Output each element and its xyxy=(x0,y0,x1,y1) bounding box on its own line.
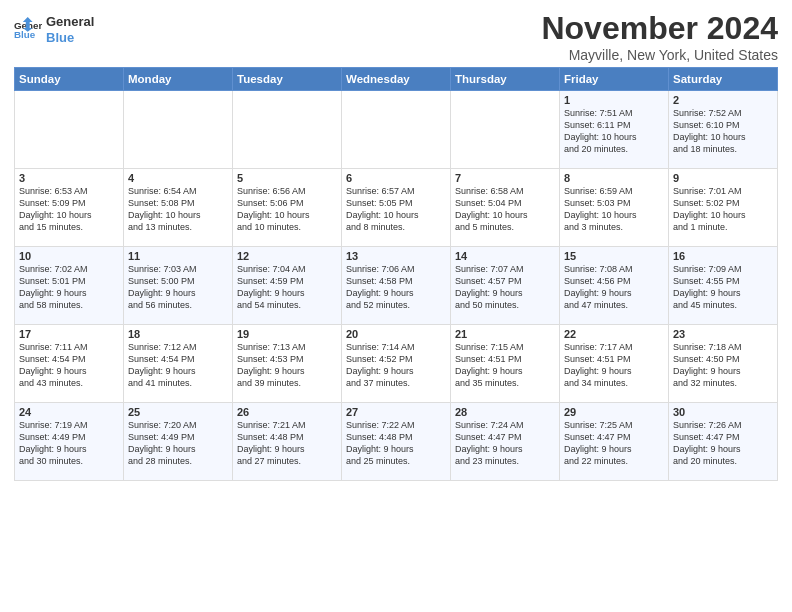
calendar-cell: 4Sunrise: 6:54 AM Sunset: 5:08 PM Daylig… xyxy=(124,169,233,247)
day-info: Sunrise: 7:52 AM Sunset: 6:10 PM Dayligh… xyxy=(673,107,773,156)
calendar-cell: 30Sunrise: 7:26 AM Sunset: 4:47 PM Dayli… xyxy=(669,403,778,481)
calendar-cell: 14Sunrise: 7:07 AM Sunset: 4:57 PM Dayli… xyxy=(451,247,560,325)
calendar-body: 1Sunrise: 7:51 AM Sunset: 6:11 PM Daylig… xyxy=(15,91,778,481)
day-info: Sunrise: 7:09 AM Sunset: 4:55 PM Dayligh… xyxy=(673,263,773,312)
day-info: Sunrise: 7:24 AM Sunset: 4:47 PM Dayligh… xyxy=(455,419,555,468)
day-info: Sunrise: 7:25 AM Sunset: 4:47 PM Dayligh… xyxy=(564,419,664,468)
day-number: 16 xyxy=(673,250,773,262)
calendar-cell xyxy=(124,91,233,169)
weekday-header-monday: Monday xyxy=(124,68,233,91)
day-info: Sunrise: 7:04 AM Sunset: 4:59 PM Dayligh… xyxy=(237,263,337,312)
day-info: Sunrise: 7:22 AM Sunset: 4:48 PM Dayligh… xyxy=(346,419,446,468)
day-number: 17 xyxy=(19,328,119,340)
day-number: 11 xyxy=(128,250,228,262)
calendar-cell: 12Sunrise: 7:04 AM Sunset: 4:59 PM Dayli… xyxy=(233,247,342,325)
calendar-cell: 6Sunrise: 6:57 AM Sunset: 5:05 PM Daylig… xyxy=(342,169,451,247)
day-info: Sunrise: 6:54 AM Sunset: 5:08 PM Dayligh… xyxy=(128,185,228,234)
day-info: Sunrise: 7:20 AM Sunset: 4:49 PM Dayligh… xyxy=(128,419,228,468)
calendar-cell xyxy=(233,91,342,169)
weekday-header-row: SundayMondayTuesdayWednesdayThursdayFrid… xyxy=(15,68,778,91)
weekday-header-wednesday: Wednesday xyxy=(342,68,451,91)
day-number: 15 xyxy=(564,250,664,262)
day-info: Sunrise: 7:15 AM Sunset: 4:51 PM Dayligh… xyxy=(455,341,555,390)
day-number: 18 xyxy=(128,328,228,340)
day-number: 7 xyxy=(455,172,555,184)
day-number: 12 xyxy=(237,250,337,262)
calendar-cell: 16Sunrise: 7:09 AM Sunset: 4:55 PM Dayli… xyxy=(669,247,778,325)
calendar-cell xyxy=(342,91,451,169)
day-info: Sunrise: 6:56 AM Sunset: 5:06 PM Dayligh… xyxy=(237,185,337,234)
calendar-cell: 18Sunrise: 7:12 AM Sunset: 4:54 PM Dayli… xyxy=(124,325,233,403)
calendar-cell: 24Sunrise: 7:19 AM Sunset: 4:49 PM Dayli… xyxy=(15,403,124,481)
day-info: Sunrise: 7:17 AM Sunset: 4:51 PM Dayligh… xyxy=(564,341,664,390)
day-number: 20 xyxy=(346,328,446,340)
calendar-cell: 7Sunrise: 6:58 AM Sunset: 5:04 PM Daylig… xyxy=(451,169,560,247)
day-number: 24 xyxy=(19,406,119,418)
day-number: 1 xyxy=(564,94,664,106)
day-info: Sunrise: 7:02 AM Sunset: 5:01 PM Dayligh… xyxy=(19,263,119,312)
header: General Blue GeneralBlue November 2024 M… xyxy=(14,10,778,63)
calendar-cell: 20Sunrise: 7:14 AM Sunset: 4:52 PM Dayli… xyxy=(342,325,451,403)
day-number: 30 xyxy=(673,406,773,418)
day-info: Sunrise: 6:57 AM Sunset: 5:05 PM Dayligh… xyxy=(346,185,446,234)
calendar-cell: 29Sunrise: 7:25 AM Sunset: 4:47 PM Dayli… xyxy=(560,403,669,481)
day-number: 14 xyxy=(455,250,555,262)
logo-icon: General Blue xyxy=(14,16,42,44)
day-number: 9 xyxy=(673,172,773,184)
calendar-week-row: 1Sunrise: 7:51 AM Sunset: 6:11 PM Daylig… xyxy=(15,91,778,169)
day-info: Sunrise: 7:11 AM Sunset: 4:54 PM Dayligh… xyxy=(19,341,119,390)
title-block: November 2024 Mayville, New York, United… xyxy=(541,10,778,63)
day-number: 27 xyxy=(346,406,446,418)
day-info: Sunrise: 7:14 AM Sunset: 4:52 PM Dayligh… xyxy=(346,341,446,390)
calendar-table: SundayMondayTuesdayWednesdayThursdayFrid… xyxy=(14,67,778,481)
calendar-cell: 9Sunrise: 7:01 AM Sunset: 5:02 PM Daylig… xyxy=(669,169,778,247)
weekday-header-saturday: Saturday xyxy=(669,68,778,91)
day-number: 22 xyxy=(564,328,664,340)
day-info: Sunrise: 7:07 AM Sunset: 4:57 PM Dayligh… xyxy=(455,263,555,312)
calendar-cell: 19Sunrise: 7:13 AM Sunset: 4:53 PM Dayli… xyxy=(233,325,342,403)
day-info: Sunrise: 6:53 AM Sunset: 5:09 PM Dayligh… xyxy=(19,185,119,234)
day-info: Sunrise: 7:08 AM Sunset: 4:56 PM Dayligh… xyxy=(564,263,664,312)
day-info: Sunrise: 7:19 AM Sunset: 4:49 PM Dayligh… xyxy=(19,419,119,468)
day-number: 5 xyxy=(237,172,337,184)
calendar-week-row: 24Sunrise: 7:19 AM Sunset: 4:49 PM Dayli… xyxy=(15,403,778,481)
day-number: 25 xyxy=(128,406,228,418)
day-number: 19 xyxy=(237,328,337,340)
day-number: 21 xyxy=(455,328,555,340)
calendar-cell xyxy=(15,91,124,169)
calendar-cell: 8Sunrise: 6:59 AM Sunset: 5:03 PM Daylig… xyxy=(560,169,669,247)
month-title: November 2024 xyxy=(541,10,778,47)
weekday-header-thursday: Thursday xyxy=(451,68,560,91)
day-info: Sunrise: 7:12 AM Sunset: 4:54 PM Dayligh… xyxy=(128,341,228,390)
calendar-week-row: 3Sunrise: 6:53 AM Sunset: 5:09 PM Daylig… xyxy=(15,169,778,247)
day-number: 10 xyxy=(19,250,119,262)
day-info: Sunrise: 7:26 AM Sunset: 4:47 PM Dayligh… xyxy=(673,419,773,468)
logo-text: GeneralBlue xyxy=(46,14,94,45)
calendar-week-row: 17Sunrise: 7:11 AM Sunset: 4:54 PM Dayli… xyxy=(15,325,778,403)
day-info: Sunrise: 6:59 AM Sunset: 5:03 PM Dayligh… xyxy=(564,185,664,234)
day-number: 6 xyxy=(346,172,446,184)
calendar-cell: 27Sunrise: 7:22 AM Sunset: 4:48 PM Dayli… xyxy=(342,403,451,481)
day-number: 4 xyxy=(128,172,228,184)
calendar-cell: 17Sunrise: 7:11 AM Sunset: 4:54 PM Dayli… xyxy=(15,325,124,403)
day-info: Sunrise: 7:01 AM Sunset: 5:02 PM Dayligh… xyxy=(673,185,773,234)
svg-text:Blue: Blue xyxy=(14,29,36,40)
calendar-cell: 2Sunrise: 7:52 AM Sunset: 6:10 PM Daylig… xyxy=(669,91,778,169)
calendar-cell: 23Sunrise: 7:18 AM Sunset: 4:50 PM Dayli… xyxy=(669,325,778,403)
day-number: 28 xyxy=(455,406,555,418)
day-number: 8 xyxy=(564,172,664,184)
day-number: 3 xyxy=(19,172,119,184)
day-info: Sunrise: 7:03 AM Sunset: 5:00 PM Dayligh… xyxy=(128,263,228,312)
calendar-cell: 22Sunrise: 7:17 AM Sunset: 4:51 PM Dayli… xyxy=(560,325,669,403)
location: Mayville, New York, United States xyxy=(541,47,778,63)
calendar-cell: 26Sunrise: 7:21 AM Sunset: 4:48 PM Dayli… xyxy=(233,403,342,481)
calendar-cell: 15Sunrise: 7:08 AM Sunset: 4:56 PM Dayli… xyxy=(560,247,669,325)
calendar-cell: 5Sunrise: 6:56 AM Sunset: 5:06 PM Daylig… xyxy=(233,169,342,247)
day-info: Sunrise: 7:06 AM Sunset: 4:58 PM Dayligh… xyxy=(346,263,446,312)
weekday-header-tuesday: Tuesday xyxy=(233,68,342,91)
calendar-cell: 21Sunrise: 7:15 AM Sunset: 4:51 PM Dayli… xyxy=(451,325,560,403)
calendar-cell: 11Sunrise: 7:03 AM Sunset: 5:00 PM Dayli… xyxy=(124,247,233,325)
day-number: 23 xyxy=(673,328,773,340)
weekday-header-friday: Friday xyxy=(560,68,669,91)
page-container: General Blue GeneralBlue November 2024 M… xyxy=(0,0,792,489)
